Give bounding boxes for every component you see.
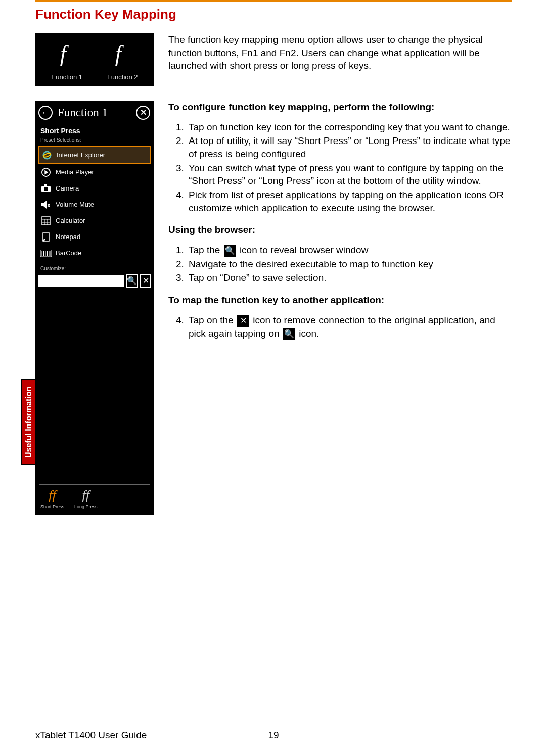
function-2-tile[interactable]: f Function 2 [107, 38, 138, 82]
preset-list: Internet ExplorerMedia PlayerCameraxVolu… [35, 146, 154, 261]
barcode-icon [40, 248, 52, 259]
page-footer: xTablet T1400 User Guide 19 [35, 729, 512, 742]
preset-label: Internet Explorer [57, 151, 105, 160]
close-icon: ✕ [140, 107, 147, 118]
preset-item-calc[interactable]: Calculator [38, 213, 151, 229]
close-icon: ✕ [143, 275, 149, 287]
function-1-label: Function 1 [52, 73, 82, 82]
list-item: Pick from list of preset applications by… [187, 188, 512, 214]
section-title: Function Key Mapping [35, 6, 512, 23]
svg-text:f: f [115, 41, 124, 66]
camera-icon [40, 183, 52, 194]
top-rule [35, 0, 512, 2]
preset-label: Media Player [56, 168, 94, 177]
list-item: Navigate to the desired executable to ma… [187, 258, 512, 271]
preset-selections-label: Preset Selections: [35, 137, 154, 146]
step-text: Tap the [189, 245, 223, 255]
back-button[interactable]: ← [38, 106, 53, 120]
function-1-tile[interactable]: f Function 1 [52, 38, 82, 82]
side-tab-useful-information: Useful Information [21, 379, 35, 465]
play-icon [40, 167, 52, 178]
preset-item-barcode[interactable]: BarCode [38, 245, 151, 261]
preset-label: Notepad [56, 232, 80, 242]
list-item: Tap on “Done” to save selection. [187, 271, 512, 285]
function-2-label: Function 2 [107, 73, 138, 82]
remap-heading: To map the function key to another appli… [168, 294, 512, 307]
svg-text:f: f [60, 41, 69, 66]
preset-label: Camera [56, 184, 79, 193]
preset-item-note[interactable]: Notepad [38, 229, 151, 245]
ie-icon [41, 150, 53, 161]
preset-item-ie[interactable]: Internet Explorer [38, 146, 151, 164]
list-item: You can switch what type of press you wa… [187, 162, 512, 187]
svg-rect-11 [42, 217, 50, 225]
svg-point-7 [44, 187, 48, 191]
remap-steps: Tap on the ✕ icon to remove connection t… [187, 314, 512, 340]
customize-label: Customize: [35, 261, 154, 274]
browser-steps: Tap the 🔍 icon to reveal browser windowN… [187, 244, 512, 285]
search-icon: 🔍 [283, 328, 295, 340]
close-button[interactable]: ✕ [136, 106, 150, 120]
press-type-label: Short Press [35, 123, 154, 137]
preset-label: Calculator [56, 216, 85, 225]
svg-rect-8 [44, 184, 47, 186]
clear-button[interactable]: ✕ [140, 274, 151, 288]
intro-paragraph: The function key mapping menu option all… [168, 33, 512, 86]
browse-button[interactable]: 🔍 [126, 274, 138, 288]
note-icon [40, 231, 52, 243]
mute-icon: x [40, 199, 52, 210]
step-text: icon. [296, 328, 319, 339]
customize-input[interactable] [38, 275, 124, 287]
ff-icon: ff [40, 489, 64, 502]
utility-screenshot: ← Function 1 ✕ Short Press Preset Select… [35, 101, 154, 515]
preset-item-play[interactable]: Media Player [38, 164, 151, 180]
short-press-tab[interactable]: ff Short Press [40, 489, 64, 510]
close-icon: ✕ [237, 315, 249, 327]
step-text: icon to reveal browser window [237, 245, 369, 255]
list-item: Tap on function key icon for the corresp… [187, 121, 512, 134]
page-number: 19 [268, 729, 279, 742]
short-press-label: Short Press [40, 504, 64, 510]
svg-marker-9 [41, 201, 47, 209]
instructions-column: To configure function key mapping, perfo… [168, 101, 512, 515]
function-key-tiles: f Function 1 f Function 2 [35, 33, 154, 86]
utility-title: Function 1 [58, 105, 131, 120]
preset-item-mute[interactable]: xVolume Mute [38, 197, 151, 213]
calc-icon [40, 215, 52, 226]
ff-icon: ff [74, 489, 98, 502]
preset-label: BarCode [56, 249, 81, 258]
search-icon: 🔍 [224, 245, 236, 257]
function-f-icon: f [52, 38, 82, 69]
preset-label: Volume Mute [56, 200, 94, 209]
function-f-icon: f [107, 38, 138, 69]
footer-guide-title: xTablet T1400 User Guide [35, 729, 147, 742]
divider [39, 484, 150, 485]
long-press-tab[interactable]: ff Long Press [74, 489, 98, 510]
list-item: Tap on the ✕ icon to remove connection t… [187, 314, 512, 340]
search-icon: 🔍 [127, 275, 137, 287]
preset-item-camera[interactable]: Camera [38, 180, 151, 197]
arrow-left-icon: ← [41, 107, 50, 118]
browser-heading: Using the browser: [168, 223, 512, 237]
long-press-label: Long Press [74, 504, 98, 510]
svg-text:x: x [47, 202, 51, 209]
list-item: Tap the 🔍 icon to reveal browser window [187, 244, 512, 257]
list-item: At top of utility, it will say “Short Pr… [187, 134, 512, 160]
configure-heading: To configure function key mapping, perfo… [168, 101, 512, 114]
svg-marker-5 [44, 170, 48, 174]
configure-steps: Tap on function key icon for the corresp… [187, 121, 512, 214]
step-text: Tap on the [189, 315, 236, 325]
